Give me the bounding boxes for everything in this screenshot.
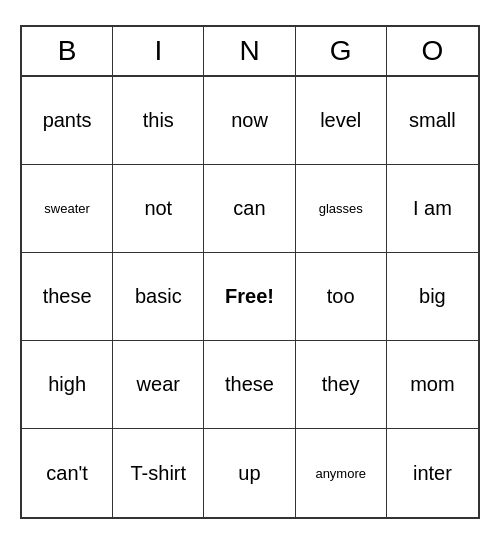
bingo-cell-11: basic (113, 253, 204, 341)
bingo-cell-2: now (204, 77, 295, 165)
bingo-cell-23: anymore (296, 429, 387, 517)
bingo-header: BINGO (22, 27, 478, 77)
bingo-cell-1: this (113, 77, 204, 165)
bingo-cell-17: these (204, 341, 295, 429)
bingo-cell-15: high (22, 341, 113, 429)
bingo-card: BINGO pantsthisnowlevelsmallsweaternotca… (20, 25, 480, 519)
bingo-cell-16: wear (113, 341, 204, 429)
bingo-cell-18: they (296, 341, 387, 429)
bingo-cell-4: small (387, 77, 478, 165)
bingo-cell-3: level (296, 77, 387, 165)
header-letter-o: O (387, 27, 478, 75)
bingo-cell-20: can't (22, 429, 113, 517)
bingo-cell-0: pants (22, 77, 113, 165)
header-letter-g: G (296, 27, 387, 75)
bingo-cell-13: too (296, 253, 387, 341)
bingo-cell-9: I am (387, 165, 478, 253)
bingo-cell-5: sweater (22, 165, 113, 253)
bingo-cell-24: inter (387, 429, 478, 517)
bingo-cell-12: Free! (204, 253, 295, 341)
bingo-cell-6: not (113, 165, 204, 253)
header-letter-n: N (204, 27, 295, 75)
bingo-cell-8: glasses (296, 165, 387, 253)
bingo-cell-7: can (204, 165, 295, 253)
bingo-cell-19: mom (387, 341, 478, 429)
bingo-cell-21: T-shirt (113, 429, 204, 517)
bingo-cell-10: these (22, 253, 113, 341)
bingo-cell-14: big (387, 253, 478, 341)
bingo-grid: pantsthisnowlevelsmallsweaternotcanglass… (22, 77, 478, 517)
header-letter-b: B (22, 27, 113, 75)
bingo-cell-22: up (204, 429, 295, 517)
header-letter-i: I (113, 27, 204, 75)
